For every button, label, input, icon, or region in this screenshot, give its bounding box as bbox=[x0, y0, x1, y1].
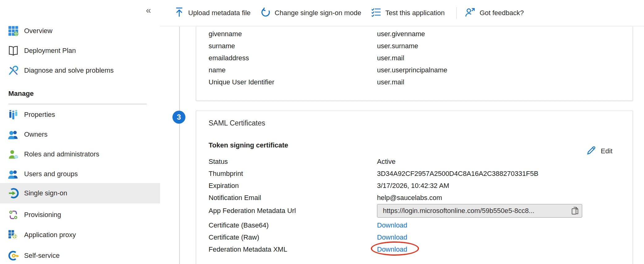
sidebar-item-application-proxy[interactable]: Application proxy bbox=[0, 225, 160, 245]
sidebar-item-label: Properties bbox=[24, 111, 55, 119]
row-label: Certificate (Base64) bbox=[209, 221, 377, 229]
provisioning-loop-icon bbox=[7, 209, 19, 221]
toolbar-label: Upload metadata file bbox=[188, 9, 251, 17]
sidebar-item-label: Single sign-on bbox=[24, 189, 67, 197]
download-raw-link[interactable]: Download bbox=[377, 233, 407, 241]
toolbar-label: Change single sign-on mode bbox=[275, 9, 361, 17]
grid-diamond-icon bbox=[7, 229, 19, 241]
sidebar-item-label: Deployment Plan bbox=[24, 47, 76, 55]
command-bar: Upload metadata file Change single sign-… bbox=[160, 0, 644, 26]
status-value: Active bbox=[377, 158, 396, 166]
row-label: Certificate (Raw) bbox=[209, 233, 377, 241]
notification-email-value: help@saucelabs.com bbox=[377, 194, 442, 202]
sidebar-item-self-service[interactable]: Self-service bbox=[0, 246, 160, 264]
attributes-card: givennameuser.givenname surnameuser.surn… bbox=[196, 27, 633, 101]
sidebar-section-manage: Manage bbox=[8, 90, 34, 98]
sidebar-collapse-icon[interactable]: « bbox=[146, 6, 151, 15]
overview-grid-icon bbox=[7, 25, 19, 37]
expiration-value: 3/17/2026, 10:42:32 AM bbox=[377, 182, 449, 190]
metadata-url-field[interactable]: https://login.microsoftonline.com/59b550… bbox=[377, 204, 582, 218]
tools-icon bbox=[7, 65, 19, 76]
certificate-row: Expiration3/17/2026, 10:42:32 AM bbox=[209, 180, 449, 192]
edit-label: Edit bbox=[601, 147, 612, 155]
attribute-value: user.userprincipalname bbox=[377, 66, 447, 74]
row-label: Federation Metadata XML bbox=[209, 245, 377, 253]
attribute-name: name bbox=[209, 66, 377, 74]
sidebar-item-label: Self-service bbox=[24, 252, 60, 260]
attribute-value: user.mail bbox=[377, 54, 404, 62]
step-timeline-line bbox=[179, 27, 180, 264]
attribute-name: givenname bbox=[209, 30, 377, 38]
sidebar-item-properties[interactable]: Properties bbox=[0, 105, 160, 125]
sidebar-divider bbox=[8, 104, 147, 104]
sidebar-item-label: Diagnose and solve problems bbox=[24, 66, 114, 75]
sidebar-item-roles[interactable]: Roles and administrators bbox=[0, 144, 160, 164]
step-number-badge: 3 bbox=[172, 111, 185, 124]
upload-metadata-button[interactable]: Upload metadata file bbox=[175, 7, 251, 19]
download-row: Certificate (Base64)Download bbox=[209, 219, 407, 231]
sidebar-item-deployment-plan[interactable]: Deployment Plan bbox=[0, 41, 160, 61]
sidebar-item-owners[interactable]: Owners bbox=[0, 125, 160, 144]
people-icon bbox=[7, 129, 19, 140]
download-row: Federation Metadata XMLDownload bbox=[209, 243, 407, 255]
download-base64-link[interactable]: Download bbox=[377, 221, 407, 229]
metadata-url-row: App Federation Metadata Url https://logi… bbox=[209, 204, 582, 218]
row-label: Thumbprint bbox=[209, 170, 377, 178]
sidebar: « Overview Deployment Plan Diagnose and … bbox=[0, 0, 160, 264]
attribute-name: emailaddress bbox=[209, 54, 377, 62]
book-icon bbox=[7, 45, 19, 57]
saml-certificates-card: SAML Certificates Edit Token signing cer… bbox=[196, 111, 633, 264]
sidebar-item-label: Overview bbox=[24, 27, 53, 35]
sidebar-item-label: Roles and administrators bbox=[24, 150, 99, 158]
toolbar-separator bbox=[456, 7, 457, 19]
attribute-row: givennameuser.givenname bbox=[209, 28, 425, 40]
person-cube-icon bbox=[7, 148, 19, 160]
people-icon bbox=[7, 168, 19, 180]
sidebar-item-label: Provisioning bbox=[24, 211, 61, 219]
attribute-value: user.surname bbox=[377, 42, 418, 50]
row-label: Expiration bbox=[209, 182, 377, 190]
card-title: SAML Certificates bbox=[209, 119, 265, 127]
token-signing-certificate-header: Token signing certificate bbox=[209, 141, 288, 149]
row-label: Notification Email bbox=[209, 194, 377, 202]
sidebar-item-users-groups[interactable]: Users and groups bbox=[0, 164, 160, 184]
toolbar-label: Test this application bbox=[385, 9, 445, 17]
feedback-person-icon bbox=[465, 7, 475, 19]
row-label: Status bbox=[209, 158, 377, 166]
sidebar-item-label: Application proxy bbox=[24, 231, 76, 239]
sidebar-item-label: Users and groups bbox=[24, 170, 78, 178]
change-sso-mode-button[interactable]: Change single sign-on mode bbox=[261, 7, 361, 19]
download-row: Certificate (Raw)Download bbox=[209, 231, 407, 243]
undo-arrow-icon bbox=[261, 7, 270, 19]
certificate-row: Thumbprint3D34A92CF2957A2500D4C8A16A2C38… bbox=[209, 168, 538, 180]
sidebar-item-provisioning[interactable]: Provisioning bbox=[0, 205, 160, 225]
download-federation-metadata-link[interactable]: Download bbox=[377, 245, 407, 253]
attribute-row: Unique User Identifieruser.mail bbox=[209, 76, 404, 88]
certificate-row: StatusActive bbox=[209, 155, 396, 168]
upload-icon bbox=[175, 7, 184, 19]
attribute-name: Unique User Identifier bbox=[209, 78, 377, 86]
copy-icon[interactable] bbox=[571, 207, 579, 215]
toolbar-label: Got feedback? bbox=[480, 9, 524, 17]
edit-button[interactable]: Edit bbox=[586, 145, 612, 157]
attribute-name: surname bbox=[209, 42, 377, 50]
sidebar-item-single-sign-on[interactable]: Single sign-on bbox=[0, 183, 160, 203]
pencil-icon bbox=[586, 145, 597, 157]
sso-arrow-icon bbox=[7, 187, 19, 199]
sidebar-item-diagnose[interactable]: Diagnose and solve problems bbox=[0, 61, 160, 80]
thumbprint-value: 3D34A92CF2957A2500D4C8A16A2C388270331F5B bbox=[377, 170, 538, 178]
attribute-row: surnameuser.surname bbox=[209, 40, 418, 52]
metadata-url-value: https://login.microsoftonline.com/59b550… bbox=[383, 207, 534, 215]
ring-key-icon bbox=[7, 250, 19, 262]
attribute-value: user.givenname bbox=[377, 30, 425, 38]
row-label: App Federation Metadata Url bbox=[209, 207, 377, 215]
sidebar-item-label: Owners bbox=[24, 130, 48, 138]
checklist-icon bbox=[371, 7, 381, 19]
feedback-button[interactable]: Got feedback? bbox=[465, 7, 524, 19]
sidebar-item-overview[interactable]: Overview bbox=[0, 21, 160, 41]
attribute-row: nameuser.userprincipalname bbox=[209, 64, 447, 76]
certificate-row: Notification Emailhelp@saucelabs.com bbox=[209, 192, 442, 204]
sliders-icon bbox=[7, 109, 19, 121]
test-application-button[interactable]: Test this application bbox=[371, 7, 445, 19]
attribute-row: emailaddressuser.mail bbox=[209, 52, 404, 64]
